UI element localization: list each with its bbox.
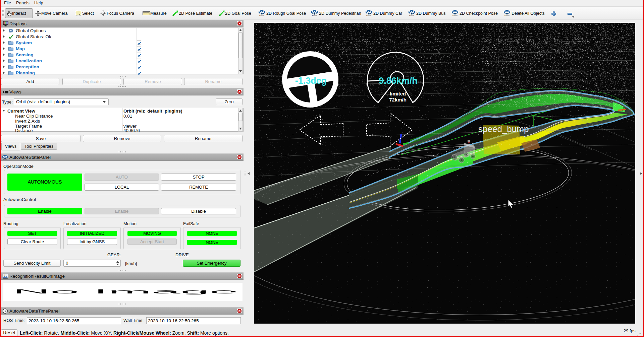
svg-text:limited: limited bbox=[390, 91, 406, 96]
svg-text:72km/h: 72km/h bbox=[389, 97, 407, 103]
svg-text:-1.3deg: -1.3deg bbox=[295, 76, 327, 86]
svg-text:9.86km/h: 9.86km/h bbox=[379, 76, 418, 86]
svg-text:speed_bump: speed_bump bbox=[478, 124, 529, 134]
